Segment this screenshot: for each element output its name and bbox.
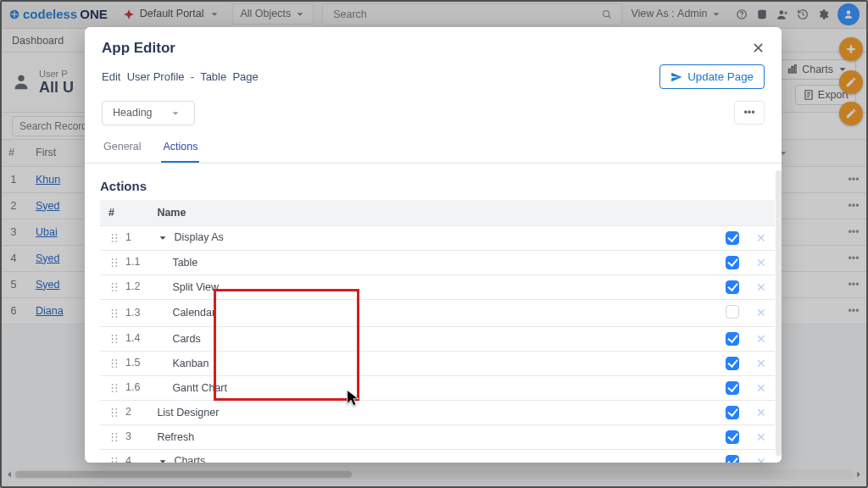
svg-point-73 — [115, 458, 117, 459]
chevron-down-icon — [170, 107, 181, 119]
actions-heading: Actions — [100, 179, 775, 193]
svg-point-41 — [112, 338, 114, 340]
action-row[interactable]: 3Refresh✕ — [100, 424, 775, 449]
remove-icon[interactable]: ✕ — [756, 256, 766, 269]
action-checkbox[interactable] — [726, 305, 739, 319]
send-icon — [670, 71, 682, 83]
svg-point-31 — [115, 283, 117, 285]
action-row[interactable]: 1.5Kanban✕ — [100, 351, 775, 375]
dialog-breadcrumb: Edit User Profile - Table Page — [102, 70, 259, 83]
drag-handle-icon[interactable] — [108, 358, 120, 369]
drag-handle-icon[interactable] — [108, 431, 120, 443]
svg-point-29 — [112, 286, 114, 288]
drag-handle-icon[interactable] — [108, 281, 120, 293]
remove-icon[interactable]: ✕ — [756, 332, 766, 346]
svg-point-49 — [115, 359, 117, 361]
action-checkbox[interactable] — [726, 332, 739, 346]
svg-point-42 — [112, 341, 114, 343]
app-editor-dialog: App Editor ✕ Edit User Profile - Table P… — [85, 27, 782, 463]
svg-point-23 — [112, 262, 114, 263]
action-checkbox[interactable] — [726, 280, 739, 294]
svg-point-30 — [112, 290, 114, 291]
action-row[interactable]: 1.2Split View✕ — [100, 274, 775, 299]
action-name: List Designer — [157, 407, 219, 419]
more-menu[interactable]: ••• — [734, 101, 765, 125]
action-checkbox[interactable] — [726, 381, 739, 395]
action-checkbox[interactable] — [726, 256, 739, 269]
svg-point-16 — [112, 234, 114, 236]
action-checkbox[interactable] — [726, 430, 739, 444]
drag-handle-icon[interactable] — [108, 382, 120, 394]
action-name: Display As — [174, 231, 223, 243]
section-select[interactable]: Heading — [102, 101, 195, 125]
svg-point-68 — [115, 436, 117, 438]
drag-handle-icon[interactable] — [108, 257, 120, 269]
action-row[interactable]: 2List Designer✕ — [100, 400, 775, 424]
svg-point-74 — [115, 461, 117, 463]
remove-icon[interactable]: ✕ — [756, 280, 766, 294]
svg-point-47 — [112, 363, 114, 364]
action-name: Table — [172, 257, 198, 269]
update-page-button[interactable]: Update Page — [659, 64, 765, 89]
action-row[interactable]: 1.1Table✕ — [100, 250, 775, 274]
action-checkbox[interactable] — [726, 231, 739, 245]
svg-point-37 — [115, 309, 117, 311]
svg-point-58 — [112, 408, 114, 410]
action-name: Kanban — [172, 358, 209, 369]
svg-point-25 — [115, 258, 117, 260]
action-checkbox[interactable] — [726, 357, 739, 370]
action-row[interactable]: 1Display As✕ — [100, 225, 775, 250]
svg-point-38 — [115, 313, 117, 314]
drag-handle-icon[interactable] — [108, 232, 120, 244]
svg-point-34 — [112, 309, 114, 311]
svg-point-33 — [115, 290, 117, 291]
actions-col-name: Name — [148, 200, 717, 226]
dialog-tabs: General Actions — [85, 134, 782, 164]
remove-icon[interactable]: ✕ — [756, 231, 766, 245]
svg-point-54 — [112, 391, 114, 392]
dialog-title: App Editor — [102, 40, 175, 57]
svg-point-27 — [115, 265, 117, 267]
action-checkbox[interactable] — [726, 406, 739, 419]
action-name: Calendar — [172, 307, 215, 319]
remove-icon[interactable]: ✕ — [756, 430, 766, 444]
tab-actions[interactable]: Actions — [161, 134, 199, 163]
svg-point-62 — [115, 412, 117, 413]
svg-point-60 — [112, 415, 114, 417]
disclosure-icon[interactable] — [157, 232, 169, 244]
svg-point-65 — [112, 436, 114, 438]
drag-handle-icon[interactable] — [108, 407, 120, 419]
svg-point-21 — [115, 241, 117, 242]
drag-handle-icon[interactable] — [108, 333, 120, 345]
disclosure-icon[interactable] — [157, 456, 169, 463]
tab-general[interactable]: General — [102, 134, 142, 163]
action-row[interactable]: 1.4Cards✕ — [100, 326, 775, 351]
svg-point-18 — [112, 241, 114, 242]
svg-point-45 — [115, 341, 117, 343]
svg-point-69 — [115, 440, 117, 441]
action-checkbox[interactable] — [726, 455, 739, 463]
action-name: Refresh — [157, 431, 194, 443]
svg-point-56 — [115, 387, 117, 389]
remove-icon[interactable]: ✕ — [756, 381, 766, 395]
action-name: Cards — [172, 333, 200, 345]
svg-point-63 — [115, 415, 117, 417]
close-icon[interactable]: ✕ — [752, 39, 765, 58]
svg-point-67 — [115, 433, 117, 435]
remove-icon[interactable]: ✕ — [756, 306, 766, 319]
svg-point-40 — [112, 335, 114, 336]
svg-point-39 — [115, 316, 117, 318]
remove-icon[interactable]: ✕ — [756, 455, 766, 463]
svg-point-50 — [115, 363, 117, 364]
svg-point-36 — [112, 316, 114, 318]
action-row[interactable]: 4Charts✕ — [100, 449, 775, 463]
action-row[interactable]: 1.6Gantt Chart✕ — [100, 375, 775, 400]
svg-point-51 — [115, 366, 117, 368]
drag-handle-icon[interactable] — [108, 456, 120, 463]
svg-point-26 — [115, 262, 117, 263]
svg-point-24 — [112, 265, 114, 267]
remove-icon[interactable]: ✕ — [756, 406, 766, 419]
action-row[interactable]: 1.3Calendar✕ — [100, 299, 775, 326]
drag-handle-icon[interactable] — [108, 308, 120, 319]
remove-icon[interactable]: ✕ — [756, 357, 766, 370]
